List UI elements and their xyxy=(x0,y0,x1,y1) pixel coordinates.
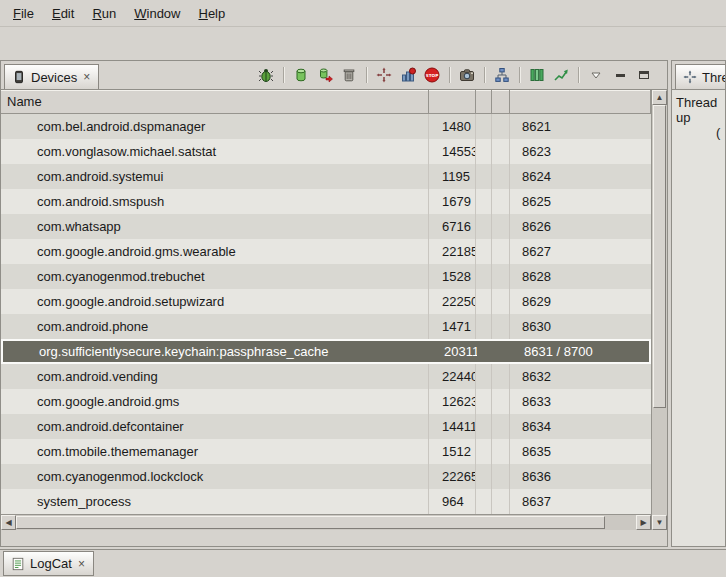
start-opengl-trace-icon[interactable] xyxy=(550,64,572,86)
device-icon xyxy=(12,70,26,84)
process-name: com.android.defcontainer xyxy=(1,414,429,439)
process-name: com.google.android.gms xyxy=(1,389,429,414)
tab-logcat[interactable]: LogCat × xyxy=(3,551,94,576)
close-icon[interactable]: × xyxy=(82,70,91,84)
stop-process-icon[interactable]: STOP xyxy=(421,64,443,86)
cell-spacer xyxy=(492,389,510,414)
process-pid: 12623 xyxy=(429,389,476,414)
table-row[interactable]: com.google.android.setupwizard222508629 xyxy=(1,289,651,314)
cell-spacer xyxy=(492,214,510,239)
debug-process-icon[interactable] xyxy=(255,64,277,86)
horizontal-scroll-thumb[interactable] xyxy=(16,516,605,529)
close-icon[interactable]: × xyxy=(77,557,86,571)
cell-spacer xyxy=(476,364,492,389)
start-method-profiling-icon[interactable] xyxy=(397,64,419,86)
column-header-pid[interactable] xyxy=(429,90,476,114)
table-row[interactable]: com.bel.android.dspmanager14808621 xyxy=(1,114,651,139)
ddms-window: FileEditRunWindowHelp Devices × xyxy=(0,0,726,577)
devices-panel-filler xyxy=(1,530,667,544)
column-header-blank1[interactable] xyxy=(476,90,492,114)
process-port: 8624 xyxy=(510,164,651,189)
table-row[interactable]: com.android.vending224408632 xyxy=(1,364,651,389)
process-pid: 1471 xyxy=(429,314,476,339)
table-row[interactable]: com.google.android.gms126238633 xyxy=(1,389,651,414)
table-row[interactable]: com.android.phone14718630 xyxy=(1,314,651,339)
column-header-blank2[interactable] xyxy=(492,90,510,114)
table-row[interactable]: com.android.smspush16798625 xyxy=(1,189,651,214)
svg-text:STOP: STOP xyxy=(426,73,439,78)
threads-message: Thread up ( xyxy=(672,90,725,547)
threads-tabbar: Threads × xyxy=(672,61,725,90)
process-pid: 1679 xyxy=(429,189,476,214)
process-name: com.cyanogenmod.lockclock xyxy=(1,464,429,489)
table-row[interactable]: system_process9648637 xyxy=(1,489,651,514)
cell-spacer xyxy=(476,239,492,264)
scroll-left-icon[interactable]: ◀ xyxy=(1,515,16,530)
tab-devices-label: Devices xyxy=(31,70,77,85)
scroll-up-icon[interactable]: ▲ xyxy=(652,90,667,105)
process-pid: 14411 xyxy=(429,414,476,439)
toolbar-separator xyxy=(519,67,520,83)
process-port: 8625 xyxy=(510,189,651,214)
table-row[interactable]: org.sufficientlysecure.keychain:passphra… xyxy=(1,339,651,364)
table-row[interactable]: com.cyanogenmod.trebuchet15288628 xyxy=(1,264,651,289)
menu-help[interactable]: Help xyxy=(191,3,232,24)
process-pid: 1195 xyxy=(429,164,476,189)
vertical-scroll-track[interactable] xyxy=(652,105,667,515)
process-port: 8629 xyxy=(510,289,651,314)
cell-spacer xyxy=(476,114,492,139)
column-header-name[interactable]: Name xyxy=(1,90,429,114)
table-row[interactable]: com.tmobile.thememanager15128635 xyxy=(1,439,651,464)
process-port: 8626 xyxy=(510,214,651,239)
column-header-port[interactable] xyxy=(510,90,651,114)
table-row[interactable]: com.android.systemui11958624 xyxy=(1,164,651,189)
cell-spacer xyxy=(492,264,510,289)
process-name: com.google.android.setupwizard xyxy=(1,289,429,314)
threads-message-line1: Thread up xyxy=(676,95,725,125)
toolbar-separator xyxy=(283,67,284,83)
table-row[interactable]: com.google.android.gms.wearable221858627 xyxy=(1,239,651,264)
process-name: com.vonglasow.michael.satstat xyxy=(1,139,429,164)
threads-icon xyxy=(683,70,697,84)
cell-spacer xyxy=(476,389,492,414)
screen-capture-icon[interactable] xyxy=(456,64,478,86)
cell-spacer xyxy=(476,414,492,439)
threads-message-line2: ( xyxy=(716,125,725,140)
dump-hprof-icon[interactable] xyxy=(314,64,336,86)
table-row[interactable]: com.whatsapp67168626 xyxy=(1,214,651,239)
cause-gc-icon[interactable] xyxy=(338,64,360,86)
vertical-scroll-thumb[interactable] xyxy=(653,105,666,408)
cell-spacer xyxy=(476,464,492,489)
table-row[interactable]: com.cyanogenmod.lockclock222658636 xyxy=(1,464,651,489)
horizontal-scroll-track[interactable] xyxy=(16,515,636,530)
tab-devices[interactable]: Devices × xyxy=(4,64,99,89)
update-threads-icon[interactable] xyxy=(373,64,395,86)
update-heap-icon[interactable] xyxy=(290,64,312,86)
maximize-icon[interactable] xyxy=(633,64,655,86)
tab-threads[interactable]: Threads × xyxy=(675,64,726,89)
toolbar-separator xyxy=(366,67,367,83)
table-header: Name xyxy=(1,90,651,114)
capture-systrace-icon[interactable] xyxy=(526,64,548,86)
menu-edit[interactable]: Edit xyxy=(45,3,81,24)
view-menu-icon[interactable] xyxy=(585,64,607,86)
process-pid: 1480 xyxy=(429,114,476,139)
minimize-icon[interactable] xyxy=(609,64,631,86)
process-port: 8630 xyxy=(510,314,651,339)
menu-run[interactable]: Run xyxy=(85,3,123,24)
dump-view-hierarchy-icon[interactable] xyxy=(491,64,513,86)
cell-spacer xyxy=(476,289,492,314)
cell-spacer xyxy=(492,289,510,314)
vertical-scrollbar[interactable]: ▲ ▼ xyxy=(651,90,667,530)
cell-spacer xyxy=(476,214,492,239)
scroll-right-icon[interactable]: ▶ xyxy=(636,515,651,530)
table-row[interactable]: com.android.defcontainer144118634 xyxy=(1,414,651,439)
cell-spacer xyxy=(476,439,492,464)
logcat-icon xyxy=(11,557,25,571)
tab-logcat-label: LogCat xyxy=(30,556,72,571)
menu-file[interactable]: File xyxy=(6,3,41,24)
menu-window[interactable]: Window xyxy=(127,3,187,24)
table-row[interactable]: com.vonglasow.michael.satstat145538623 xyxy=(1,139,651,164)
scroll-down-icon[interactable]: ▼ xyxy=(652,515,667,530)
horizontal-scrollbar[interactable]: ◀ ▶ xyxy=(1,514,651,530)
